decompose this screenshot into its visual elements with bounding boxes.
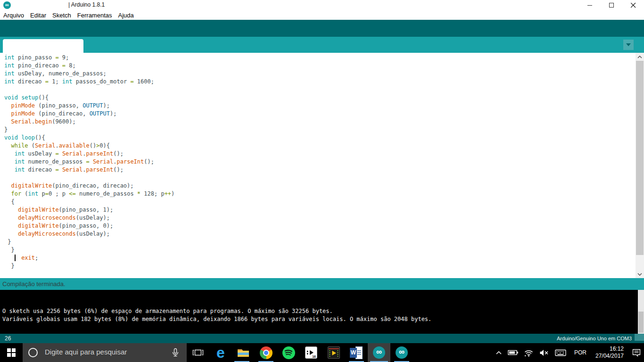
taskbar-app-labview[interactable]: 16 <box>300 343 322 362</box>
code-line[interactable] <box>4 174 644 182</box>
tab-menu-button[interactable] <box>623 40 634 50</box>
code-line[interactable]: exit; <box>4 254 644 262</box>
tray-clock[interactable]: 16:12 27/04/2017 <box>591 343 632 362</box>
code-line[interactable]: int direcao = 1; int passos_do_motor = 1… <box>4 78 644 86</box>
search-placeholder: Digite aqui para pesquisar <box>45 348 127 356</box>
console-scrollbar-thumb[interactable] <box>638 312 644 333</box>
taskbar-app-word[interactable]: W <box>345 343 368 362</box>
tray-wifi[interactable] <box>521 343 537 362</box>
arduino-infinity-glyph: ∞ <box>5 2 9 8</box>
console-output: O sketch usa 2256 bytes (6%) de espaço d… <box>0 290 644 334</box>
console-line: O sketch usa 2256 bytes (6%) de espaço d… <box>2 307 644 315</box>
code-line[interactable]: void loop(){ <box>4 134 644 142</box>
tray-language-indicator[interactable]: POR <box>570 343 591 362</box>
menu-ferramentas[interactable]: Ferramentas <box>77 12 112 19</box>
code-line[interactable]: int usDelay = Serial.parseInt(); <box>4 150 644 158</box>
title-bar: ∞ | Arduino 1.8.1 <box>0 0 644 10</box>
chevron-down-icon <box>637 273 642 276</box>
close-button[interactable] <box>622 0 644 10</box>
scroll-up-button[interactable] <box>636 53 644 61</box>
word-icon: W <box>350 346 363 359</box>
arduino-icon: ∞ <box>373 346 385 359</box>
wifi-icon <box>524 349 534 357</box>
current-line-number: 26 <box>5 335 11 342</box>
code-line[interactable]: for (int p=0 ; p <= numero_de_passos * 1… <box>4 190 644 198</box>
code-line[interactable]: int numero_de_passos = Serial.parseInt()… <box>4 158 644 166</box>
code-area: int pino_passo = 9;int pino_direcao = 8;… <box>4 54 644 270</box>
menu-editar[interactable]: Editar <box>30 12 46 19</box>
code-line[interactable] <box>4 86 644 94</box>
chevron-down-icon <box>625 42 632 47</box>
code-line[interactable]: } <box>4 262 644 270</box>
code-line[interactable]: digitalWrite(pino_passo, 0); <box>4 222 644 230</box>
tray-volume-muted[interactable] <box>537 343 552 362</box>
tray-show-hidden-icons[interactable] <box>493 343 505 362</box>
taskbar-app-arduino-active[interactable]: ∞ <box>368 343 390 362</box>
code-line[interactable]: Serial.begin(9600); <box>4 118 644 126</box>
code-line[interactable]: void setup(){ <box>4 94 644 102</box>
chevron-up-icon <box>637 56 642 58</box>
code-line[interactable]: pinMode (pino_direcao, OUTPUT); <box>4 110 644 118</box>
microphone-icon[interactable] <box>171 348 180 359</box>
code-line[interactable]: } <box>4 238 644 246</box>
menu-arquivo[interactable]: Arquivo <box>3 12 24 19</box>
labview-version-label: 16 <box>312 355 316 358</box>
code-line[interactable]: int direcao = Serial.parseInt(); <box>4 166 644 174</box>
taskbar-app-video-tool[interactable] <box>322 343 345 362</box>
minimize-button[interactable] <box>579 0 601 10</box>
file-explorer-icon <box>237 347 250 358</box>
task-view-icon <box>192 348 204 357</box>
spotify-icon <box>282 346 295 359</box>
menu-bar: Arquivo Editar Sketch Ferramentas Ajuda <box>0 10 644 20</box>
task-view-button[interactable] <box>187 343 209 362</box>
status-bar: Compilação terminada. <box>0 278 644 290</box>
windows-logo-icon <box>7 348 16 357</box>
toolbar <box>0 20 644 37</box>
taskbar-app-explorer[interactable] <box>232 343 255 362</box>
code-editor[interactable]: int pino_passo = 9;int pino_direcao = 8;… <box>0 53 644 278</box>
code-line[interactable]: delayMicroseconds(usDelay); <box>4 230 644 238</box>
film-strip-icon <box>328 346 340 359</box>
menu-sketch[interactable]: Sketch <box>52 12 71 19</box>
minimize-icon <box>587 3 593 8</box>
scroll-down-button[interactable] <box>636 270 644 278</box>
scrollbar-thumb[interactable] <box>636 61 644 255</box>
word-w-glyph: W <box>351 349 356 356</box>
chrome-icon <box>260 346 272 359</box>
arduino-icon: ∞ <box>396 346 408 359</box>
code-line[interactable]: int pino_direcao = 8; <box>4 62 644 70</box>
editor-scrollbar[interactable] <box>636 53 644 278</box>
tray-touch-keyboard[interactable] <box>552 343 570 362</box>
code-line[interactable]: } <box>4 126 644 134</box>
window-title: | Arduino 1.8.1 <box>68 1 105 8</box>
taskbar-search-input[interactable]: Digite aqui para pesquisar <box>23 343 187 362</box>
clock-date: 27/04/2017 <box>595 353 624 360</box>
code-line[interactable]: int usDelay, numero_de_passos; <box>4 70 644 78</box>
console-scrollbar[interactable] <box>638 290 644 334</box>
code-line[interactable]: pinMode (pino_passo, OUTPUT); <box>4 102 644 110</box>
taskbar-app-chrome[interactable] <box>255 343 277 362</box>
code-line[interactable]: digitalWrite(pino_direcao, direcao); <box>4 182 644 190</box>
cortana-icon[interactable] <box>28 348 38 357</box>
console-line: Variáveis globais usam 182 bytes (8%) de… <box>2 315 644 323</box>
taskbar-app-spotify[interactable] <box>277 343 300 362</box>
code-line[interactable]: delayMicroseconds(usDelay); <box>4 214 644 222</box>
action-center-button[interactable] <box>632 343 644 362</box>
code-line[interactable]: while (Serial.available()>0){ <box>4 142 644 150</box>
code-line[interactable]: { <box>4 198 644 206</box>
edge-icon: e <box>216 346 225 360</box>
maximize-button[interactable] <box>601 0 622 10</box>
close-icon <box>631 3 636 8</box>
start-button[interactable] <box>0 343 23 362</box>
menu-ajuda[interactable]: Ajuda <box>118 12 134 19</box>
sketch-tab[interactable] <box>3 39 83 53</box>
keyboard-icon <box>555 349 567 357</box>
battery-icon <box>508 349 518 356</box>
code-line[interactable]: int pino_passo = 9; <box>4 54 644 62</box>
tray-battery[interactable] <box>505 343 521 362</box>
code-line[interactable]: } <box>4 246 644 254</box>
taskbar-app-arduino-2[interactable]: ∞ <box>390 343 413 362</box>
ide-footer: 26 Arduino/Genuino Uno em COM3 <box>0 334 644 343</box>
code-line[interactable]: digitalWrite(pino_passo, 1); <box>4 206 644 214</box>
taskbar-app-edge[interactable]: e <box>209 343 232 362</box>
